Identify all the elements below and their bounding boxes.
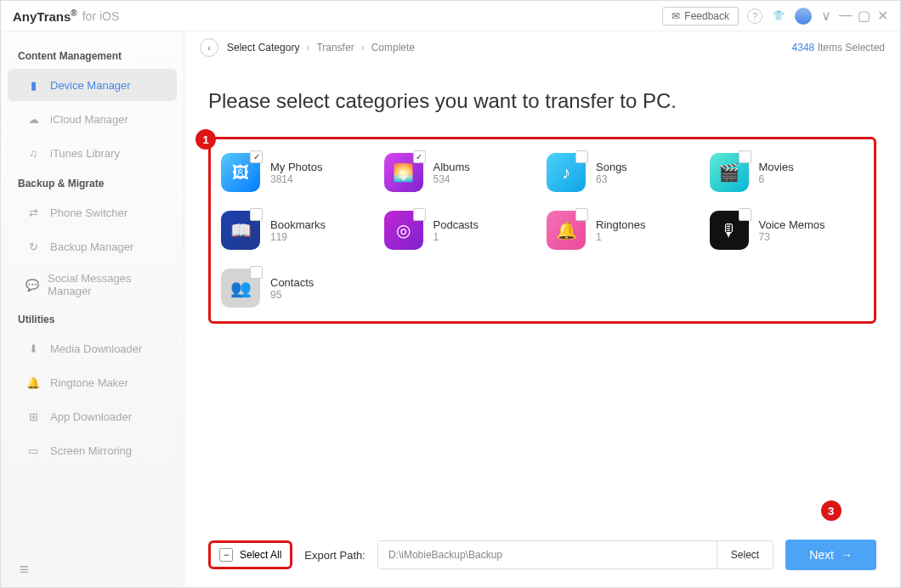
sidebar: Content Management ▮ Device Manager ☁ iC…	[1, 31, 184, 588]
sidebar-item-ringtone-maker[interactable]: 🔔 Ringtone Maker	[8, 366, 177, 399]
ic-movies: 🎬	[710, 153, 749, 192]
category-label: Contacts	[270, 276, 314, 289]
download-icon: ⬇	[25, 340, 42, 357]
avatar[interactable]	[795, 8, 812, 25]
ic-contacts: 👥	[221, 269, 260, 308]
select-all-button[interactable]: − Select All	[208, 540, 292, 569]
category-label: Voice Memos	[759, 218, 825, 231]
category-label: Movies	[759, 161, 794, 173]
sidebar-item-itunes[interactable]: ♫ iTunes Library	[8, 137, 177, 169]
export-path-input[interactable]	[378, 541, 717, 568]
feedback-button[interactable]: ✉ Feedback	[662, 7, 739, 25]
breadcrumb: ‹ Select Category › Transfer › Complete …	[184, 31, 900, 64]
ic-voice: 🎙	[710, 211, 749, 250]
mirror-icon: ▭	[25, 442, 42, 459]
app-subtitle: for iOS	[82, 9, 120, 23]
backup-icon: ↻	[25, 238, 42, 255]
ic-podcasts: ◎	[384, 211, 423, 250]
category-item-contacts[interactable]: 👥 Contacts 95	[221, 269, 376, 308]
check-icon	[250, 266, 263, 279]
app-title: AnyTrans®	[13, 8, 77, 24]
category-item-movies[interactable]: 🎬 Movies 6	[710, 153, 864, 192]
tshirt-icon[interactable]: 👕	[771, 8, 786, 24]
category-count: 6	[759, 173, 794, 185]
bell-icon: 🔔	[25, 374, 42, 391]
check-icon: ✓	[413, 150, 426, 163]
check-icon	[739, 208, 751, 221]
sidebar-item-device-manager[interactable]: ▮ Device Manager	[8, 69, 177, 101]
category-item-voice-memos[interactable]: 🎙 Voice Memos 73	[710, 211, 864, 250]
category-item-bookmarks[interactable]: 📖 Bookmarks 119	[221, 211, 376, 250]
items-selected: 4348 Items Selected	[792, 42, 885, 54]
category-label: My Photos	[270, 161, 322, 173]
category-label: Podcasts	[434, 218, 479, 231]
category-label: Ringtones	[596, 218, 646, 231]
check-icon	[250, 208, 263, 221]
back-button[interactable]: ‹	[200, 38, 218, 57]
export-path-label: Export Path:	[304, 549, 366, 562]
category-count: 1	[434, 231, 479, 243]
category-count: 73	[759, 231, 825, 243]
section-title-content: Content Management	[1, 43, 184, 67]
annotation-marker-3: 3	[821, 500, 842, 521]
section-title-backup: Backup & Migrate	[1, 171, 184, 195]
ic-ringtones: 🔔	[547, 211, 586, 250]
category-count: 534	[434, 173, 470, 185]
crumb-transfer: Transfer	[316, 42, 354, 54]
chat-icon: 💬	[25, 276, 39, 293]
sidebar-item-media-downloader[interactable]: ⬇ Media Downloader	[8, 332, 177, 365]
sidebar-item-backup-manager[interactable]: ↻ Backup Manager	[8, 230, 177, 263]
section-title-utilities: Utilities	[1, 307, 184, 331]
arrow-right-icon: →	[841, 548, 853, 562]
itunes-icon: ♫	[25, 144, 42, 161]
sidebar-item-social[interactable]: 💬 Social Messages Manager	[8, 264, 177, 305]
titlebar: AnyTrans® for iOS ✉ Feedback ? 👕 ∨ — ▢ ✕	[1, 1, 900, 31]
sidebar-item-app-downloader[interactable]: ⊞ App Downloader	[8, 400, 177, 433]
main: ‹ Select Category › Transfer › Complete …	[184, 31, 900, 588]
ic-songs: ♪	[547, 153, 586, 192]
category-count: 119	[270, 231, 326, 243]
check-icon	[575, 150, 588, 163]
crumb-select-category[interactable]: Select Category	[227, 42, 299, 54]
category-item-my-photos[interactable]: 🖼 ✓ My Photos 3814	[221, 153, 376, 192]
annotation-marker-1: 1	[196, 129, 216, 150]
appdl-icon: ⊞	[25, 408, 42, 425]
partial-check-icon: −	[219, 548, 233, 562]
switch-icon: ⇄	[25, 204, 42, 221]
ic-bookmarks: 📖	[221, 211, 260, 250]
ic-photos: 🖼 ✓	[221, 153, 260, 192]
category-count: 63	[596, 173, 627, 185]
device-icon: ▮	[25, 76, 42, 93]
sidebar-item-icloud[interactable]: ☁ iCloud Manager	[8, 103, 177, 135]
minimize-button[interactable]: —	[839, 8, 851, 24]
export-path-field: 2 Select	[377, 540, 774, 569]
help-icon[interactable]: ?	[747, 8, 762, 24]
category-count: 1	[596, 231, 646, 243]
page-title: Please select categories you want to tra…	[208, 89, 876, 113]
category-item-albums[interactable]: 🌅 ✓ Albums 534	[384, 153, 539, 192]
close-button[interactable]: ✕	[876, 8, 888, 24]
crumb-complete: Complete	[371, 42, 415, 54]
footer: − Select All Export Path: 2 Select 3 Nex…	[208, 540, 876, 570]
sidebar-item-phone-switcher[interactable]: ⇄ Phone Switcher	[8, 196, 177, 229]
check-icon	[575, 208, 588, 221]
check-icon	[413, 208, 426, 221]
check-icon	[739, 150, 751, 163]
category-count: 3814	[270, 173, 322, 185]
category-grid: 1 🖼 ✓ My Photos 3814 🌅 ✓ Albums 534 ♪ So…	[208, 137, 876, 324]
sidebar-item-screen-mirroring[interactable]: ▭ Screen Mirroring	[8, 434, 177, 466]
category-item-podcasts[interactable]: ◎ Podcasts 1	[384, 211, 539, 250]
category-label: Songs	[596, 161, 627, 173]
category-count: 95	[270, 289, 314, 301]
select-path-button[interactable]: Select	[717, 541, 773, 568]
category-item-ringtones[interactable]: 🔔 Ringtones 1	[547, 211, 701, 250]
maximize-button[interactable]: ▢	[858, 8, 870, 24]
dropdown-icon[interactable]: ∨	[820, 8, 832, 24]
category-label: Bookmarks	[270, 218, 326, 231]
next-button[interactable]: Next→	[785, 540, 876, 570]
check-icon: ✓	[250, 150, 263, 163]
category-item-songs[interactable]: ♪ Songs 63	[547, 153, 701, 192]
hamburger-icon[interactable]: ≡	[20, 561, 29, 579]
ic-albums: 🌅 ✓	[384, 153, 423, 192]
cloud-icon: ☁	[25, 110, 42, 127]
